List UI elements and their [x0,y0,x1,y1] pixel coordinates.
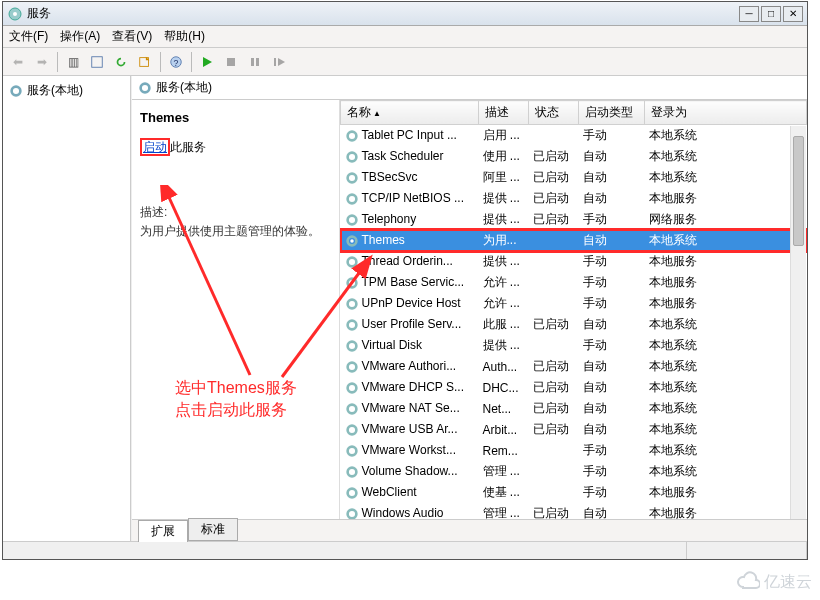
svg-point-17 [350,134,354,138]
restart-service-button [268,51,290,73]
tree-root-label: 服务(本地) [27,82,83,99]
tab-standard[interactable]: 标准 [188,518,238,541]
col-desc[interactable]: 描述 [479,101,529,125]
col-status[interactable]: 状态 [529,101,579,125]
menu-view[interactable]: 查看(V) [112,28,152,45]
cell-name: UPnP Device Host [341,293,479,314]
cell-logon: 本地服务 [645,503,807,519]
svg-point-43 [350,407,354,411]
help-button[interactable]: ? [165,51,187,73]
svg-text:?: ? [174,57,179,67]
vertical-scrollbar[interactable] [790,126,806,519]
cell-startup: 自动 [579,188,645,209]
close-button[interactable]: ✕ [783,6,803,22]
cell-startup: 自动 [579,314,645,335]
table-row[interactable]: TBSecSvc阿里 ...已启动自动本地系统 [341,167,807,188]
cell-name: Telephony [341,209,479,230]
cell-logon: 本地系统 [645,377,807,398]
cell-status [529,272,579,293]
cell-logon: 本地服务 [645,293,807,314]
cell-logon: 本地系统 [645,230,807,251]
cell-startup: 手动 [579,482,645,503]
export-button[interactable] [134,51,156,73]
cell-name: Tablet PC Input ... [341,125,479,147]
cell-name: VMware Authori... [341,356,479,377]
cell-startup: 自动 [579,356,645,377]
cell-logon: 本地系统 [645,335,807,356]
table-row[interactable]: VMware USB Ar...Arbit...已启动自动本地系统 [341,419,807,440]
properties-button[interactable] [86,51,108,73]
cell-desc: Auth... [479,356,529,377]
cell-desc: 允许 ... [479,272,529,293]
table-row[interactable]: UPnP Device Host允许 ...手动本地服务 [341,293,807,314]
svg-point-15 [143,86,147,90]
cell-desc: 使用 ... [479,146,529,167]
cell-desc: 提供 ... [479,251,529,272]
svg-point-51 [350,491,354,495]
table-row[interactable]: Volume Shadow...管理 ...手动本地系统 [341,461,807,482]
table-row[interactable]: Windows Audio管理 ...已启动自动本地服务 [341,503,807,519]
table-row[interactable]: TCP/IP NetBIOS ...提供 ...已启动自动本地服务 [341,188,807,209]
table-row[interactable]: Tablet PC Input ...启用 ...手动本地系统 [341,125,807,147]
table-row[interactable]: VMware Authori...Auth...已启动自动本地系统 [341,356,807,377]
tab-extended[interactable]: 扩展 [138,520,188,542]
table-row[interactable]: VMware DHCP S...DHC...已启动自动本地系统 [341,377,807,398]
table-row[interactable]: Themes为用...自动本地系统 [341,230,807,251]
forward-button: ➡ [31,51,53,73]
table-row[interactable]: VMware Workst...Rem...手动本地系统 [341,440,807,461]
menu-action[interactable]: 操作(A) [60,28,100,45]
cell-name: TCP/IP NetBIOS ... [341,188,479,209]
cell-status: 已启动 [529,377,579,398]
cell-name: VMware DHCP S... [341,377,479,398]
svg-point-33 [350,302,354,306]
refresh-button[interactable] [110,51,132,73]
svg-point-37 [350,344,354,348]
scrollbar-thumb[interactable] [793,136,804,246]
cloud-icon [736,570,760,594]
table-row[interactable]: VMware NAT Se...Net...已启动自动本地系统 [341,398,807,419]
cell-logon: 本地系统 [645,167,807,188]
start-service-button[interactable] [196,51,218,73]
description-text: 为用户提供使用主题管理的体验。 [140,223,331,240]
col-startup[interactable]: 启动类型 [579,101,645,125]
stop-service-button [220,51,242,73]
menu-file[interactable]: 文件(F) [9,28,48,45]
tree-pane: 服务(本地) [3,76,131,541]
table-row[interactable]: WebClient使基 ...手动本地服务 [341,482,807,503]
service-list[interactable]: 名称▲ 描述 状态 启动类型 登录为 Tablet PC Input ...启用… [340,100,807,519]
svg-point-47 [350,449,354,453]
cell-name: Volume Shadow... [341,461,479,482]
cell-logon: 本地系统 [645,440,807,461]
cell-logon: 网络服务 [645,209,807,230]
menu-help[interactable]: 帮助(H) [164,28,205,45]
start-service-link[interactable]: 启动 [140,138,170,156]
col-name[interactable]: 名称▲ [341,101,479,125]
minimize-button[interactable]: ─ [739,6,759,22]
cell-logon: 本地服务 [645,482,807,503]
table-row[interactable]: Task Scheduler使用 ...已启动自动本地系统 [341,146,807,167]
table-row[interactable]: User Profile Serv...此服 ...已启动自动本地系统 [341,314,807,335]
tree-root-services[interactable]: 服务(本地) [7,80,126,101]
cell-startup: 自动 [579,419,645,440]
table-row[interactable]: Thread Orderin...提供 ...手动本地服务 [341,251,807,272]
show-hide-tree-button[interactable]: ▥ [62,51,84,73]
cell-desc: 此服 ... [479,314,529,335]
col-logon[interactable]: 登录为 [645,101,807,125]
cell-status [529,125,579,147]
cell-name: Themes [341,230,479,251]
table-row[interactable]: Telephony提供 ...已启动手动网络服务 [341,209,807,230]
cell-status [529,335,579,356]
svg-point-35 [350,323,354,327]
cell-logon: 本地服务 [645,188,807,209]
cell-name: Windows Audio [341,503,479,519]
cell-logon: 本地系统 [645,461,807,482]
cell-logon: 本地系统 [645,419,807,440]
svg-point-53 [350,512,354,516]
svg-point-27 [350,239,354,243]
maximize-button[interactable]: □ [761,6,781,22]
cell-status: 已启动 [529,398,579,419]
titlebar[interactable]: 服务 ─ □ ✕ [3,2,807,26]
table-row[interactable]: Virtual Disk提供 ...手动本地系统 [341,335,807,356]
table-row[interactable]: TPM Base Servic...允许 ...手动本地服务 [341,272,807,293]
svg-rect-2 [92,56,103,67]
